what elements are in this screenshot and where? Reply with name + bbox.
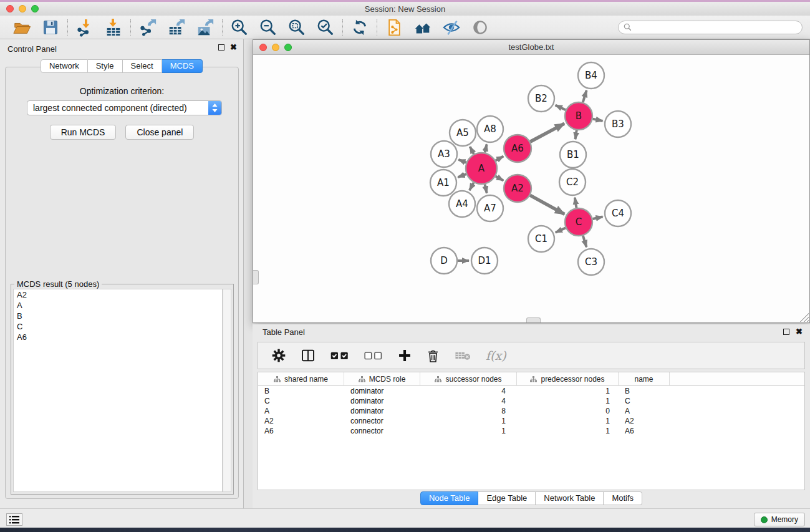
table-cell[interactable]: A bbox=[619, 406, 670, 416]
table-row[interactable]: A6connector11A6 bbox=[258, 426, 804, 436]
table-cell[interactable]: A6 bbox=[619, 426, 670, 436]
graph-edge-B-B2[interactable] bbox=[556, 105, 566, 110]
table-cell[interactable]: B bbox=[619, 386, 670, 396]
mcds-result-item[interactable]: A2 bbox=[14, 289, 222, 300]
graph-edge-C-C3[interactable] bbox=[583, 236, 587, 247]
export-network-icon[interactable] bbox=[138, 18, 157, 37]
export-image-icon[interactable] bbox=[196, 18, 215, 37]
mcds-result-item[interactable]: C bbox=[14, 321, 222, 332]
zoom-in-icon[interactable] bbox=[230, 18, 249, 37]
search-field[interactable] bbox=[618, 21, 803, 34]
table-cell[interactable]: connector bbox=[344, 426, 420, 436]
graph-node-C4[interactable]: C4 bbox=[605, 200, 631, 226]
table-row[interactable]: Cdominator41C bbox=[258, 396, 804, 406]
memory-button[interactable]: Memory bbox=[754, 513, 805, 526]
result-scrollbar[interactable] bbox=[223, 289, 231, 492]
west-panel-grip[interactable] bbox=[253, 270, 259, 284]
tab-motifs[interactable]: Motifs bbox=[604, 491, 642, 505]
search-input[interactable] bbox=[635, 23, 797, 32]
session-details-icon[interactable] bbox=[385, 18, 403, 37]
graph-edge-B-B1[interactable] bbox=[576, 130, 577, 139]
column-header-predecessor-nodes[interactable]: predecessor nodes bbox=[517, 372, 619, 386]
network-graph[interactable]: B4B2BB3A8A5A6A3B1AC2A1A2A4A7C4CC1DD1C3 bbox=[253, 55, 809, 322]
save-session-icon[interactable] bbox=[41, 18, 60, 37]
graph-node-C2[interactable]: C2 bbox=[559, 169, 586, 195]
table-cell[interactable]: 4 bbox=[420, 396, 517, 406]
graph-node-A5[interactable]: A5 bbox=[450, 120, 476, 146]
function-builder-icon[interactable]: f(x) bbox=[486, 349, 506, 362]
graph-edge-A6-B[interactable] bbox=[530, 123, 564, 142]
tab-mcds[interactable]: MCDS bbox=[162, 59, 203, 73]
graph-edge-A-A8[interactable] bbox=[485, 144, 487, 152]
mcds-result-item[interactable]: A bbox=[14, 300, 222, 311]
table-cell[interactable]: 1 bbox=[517, 416, 619, 426]
tab-select[interactable]: Select bbox=[123, 59, 162, 73]
graph-node-A3[interactable]: A3 bbox=[431, 141, 457, 167]
mcds-result-item[interactable]: B bbox=[14, 311, 222, 321]
tab-style[interactable]: Style bbox=[88, 59, 123, 73]
tab-edge-table[interactable]: Edge Table bbox=[478, 491, 536, 505]
graph-edge-C-C4[interactable] bbox=[592, 216, 602, 219]
table-cell[interactable]: C bbox=[258, 396, 344, 406]
graph-node-C3[interactable]: C3 bbox=[578, 249, 604, 275]
graph-node-B1[interactable]: B1 bbox=[560, 142, 586, 168]
graph-edge-A-A1[interactable] bbox=[458, 174, 466, 177]
resize-grip-icon[interactable] bbox=[800, 313, 809, 322]
close-table-panel-icon[interactable]: ✖ bbox=[796, 329, 803, 335]
table-cell[interactable]: A2 bbox=[619, 416, 670, 426]
criterion-dropdown[interactable]: largest connected component (directed) bbox=[27, 100, 222, 115]
table-cell[interactable]: connector bbox=[344, 416, 420, 426]
graph-edge-A-A3[interactable] bbox=[458, 160, 466, 163]
delete-column-icon[interactable] bbox=[427, 349, 440, 363]
table-cell[interactable]: dominator bbox=[344, 396, 420, 406]
table-row[interactable]: Adominator80A bbox=[258, 406, 804, 416]
table-row[interactable]: Bdominator41B bbox=[258, 386, 804, 396]
table-cell[interactable]: B bbox=[258, 386, 344, 396]
table-cell[interactable]: 1 bbox=[517, 396, 619, 406]
table-cell[interactable]: A bbox=[258, 406, 344, 416]
open-file-icon[interactable] bbox=[12, 18, 31, 37]
graph-edge-A-A4[interactable] bbox=[470, 183, 474, 190]
tab-network-table[interactable]: Network Table bbox=[536, 491, 604, 505]
table-cell[interactable]: dominator bbox=[344, 386, 420, 396]
gear-icon[interactable] bbox=[272, 349, 286, 362]
zoom-fit-icon[interactable] bbox=[287, 18, 306, 37]
graph-node-B3[interactable]: B3 bbox=[605, 111, 631, 137]
column-header-mcds-role[interactable]: MCDS role bbox=[344, 372, 420, 386]
table-cell[interactable]: 1 bbox=[517, 386, 619, 396]
float-panel-icon[interactable] bbox=[218, 44, 224, 51]
table-cell[interactable]: C bbox=[619, 396, 670, 406]
graph-node-C1[interactable]: C1 bbox=[528, 226, 554, 252]
graph-edge-A-A7[interactable] bbox=[485, 184, 487, 193]
import-table-icon[interactable] bbox=[104, 18, 123, 37]
graph-edge-C-C1[interactable] bbox=[556, 228, 566, 232]
graph-edge-A-A5[interactable] bbox=[470, 147, 474, 154]
graph-node-A2[interactable]: A2 bbox=[504, 175, 531, 202]
table-cell[interactable]: 1 bbox=[517, 426, 619, 436]
tab-node-table[interactable]: Node Table bbox=[420, 491, 479, 505]
graph-edge-A-A6[interactable] bbox=[496, 157, 503, 161]
home-icon[interactable] bbox=[413, 18, 432, 37]
column-header-shared-name[interactable]: shared name bbox=[258, 372, 344, 386]
graph-node-A1[interactable]: A1 bbox=[430, 170, 456, 196]
table-cell[interactable]: 1 bbox=[420, 416, 517, 426]
hide-graphics-details-icon[interactable] bbox=[442, 18, 461, 37]
table-cell[interactable]: 4 bbox=[420, 386, 517, 396]
zoom-selected-icon[interactable] bbox=[316, 18, 335, 37]
deselect-all-icon[interactable] bbox=[364, 351, 383, 360]
south-panel-grip[interactable] bbox=[526, 317, 541, 322]
graph-node-B4[interactable]: B4 bbox=[578, 62, 604, 89]
run-mcds-button[interactable]: Run MCDS bbox=[50, 125, 117, 140]
graph-node-B[interactable]: B bbox=[565, 102, 592, 130]
column-header-successor-nodes[interactable]: successor nodes bbox=[420, 372, 517, 386]
table-cell[interactable]: A6 bbox=[258, 426, 344, 436]
close-panel-button[interactable]: Close panel bbox=[125, 125, 194, 140]
graph-node-A4[interactable]: A4 bbox=[449, 191, 475, 217]
tab-network[interactable]: Network bbox=[41, 59, 88, 73]
table-cell[interactable]: 8 bbox=[420, 406, 517, 416]
graph-node-B2[interactable]: B2 bbox=[528, 85, 554, 112]
zoom-out-icon[interactable] bbox=[259, 18, 277, 37]
graph-edge-A-A2[interactable] bbox=[496, 177, 503, 181]
graph-edge-B-B3[interactable] bbox=[593, 119, 603, 121]
table-cell[interactable]: 0 bbox=[517, 406, 619, 416]
